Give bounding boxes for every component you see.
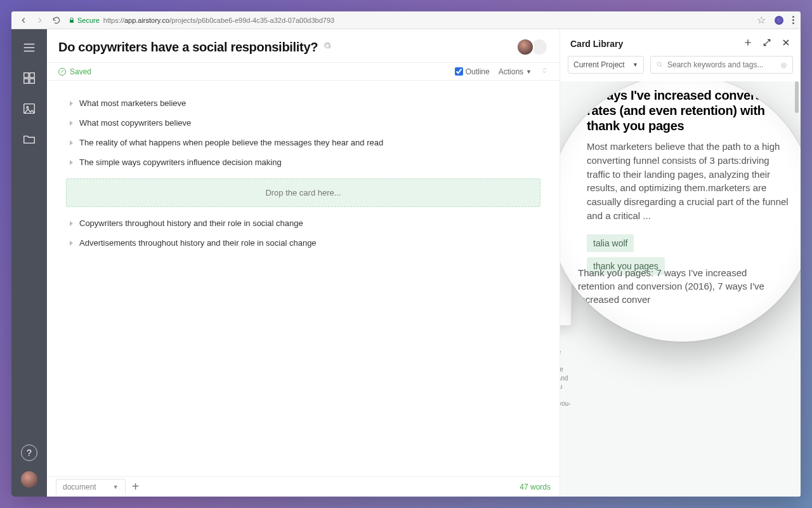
card-library-panel: Card Library Current Project ▼ ⊗ [560,29,801,497]
close-icon[interactable] [782,38,790,50]
sidebar: ? [11,29,47,497]
outline-item[interactable]: Advertisements throughout history and th… [66,233,540,253]
editor-header: Do copywriters have a social responsibil… [47,29,560,62]
triangle-icon [70,121,73,126]
check-icon [58,68,66,76]
image-icon[interactable] [22,102,36,116]
outline-item[interactable]: What most marketers believe [66,93,540,113]
outline-list: What most marketers believe What most co… [47,81,560,476]
triangle-icon [70,221,73,226]
svg-rect-1 [30,73,34,77]
back-button[interactable] [18,15,29,26]
menu-icon[interactable] [792,16,794,24]
folder-icon[interactable] [22,132,36,146]
word-count: 47 words [520,483,551,491]
url-bar[interactable]: https://app.airstory.co/projects/p6b0cab… [103,17,757,24]
panel-title: Card Library [570,39,623,49]
clear-icon[interactable]: ⊗ [780,60,787,70]
extension-icon[interactable] [775,16,783,25]
svg-rect-3 [30,79,34,83]
svg-point-5 [27,107,29,109]
triangle-icon [70,160,73,165]
editor: Do copywriters have a social responsibil… [47,29,560,497]
search-field[interactable]: ⊗ [650,56,793,74]
app: ? Do copywriters have a social responsib… [11,29,801,497]
browser-chrome: Secure https://app.airstory.co/projects/… [11,11,801,29]
toolbar: Saved Outline Actions ▼ [47,62,560,81]
magnifier-overlay: 7 ways I've increased conversion rates (… [560,81,801,342]
outline-item[interactable]: The reality of what happens when people … [66,133,540,152]
secure-label: Secure [77,17,100,24]
card-body-zoom: Most marketers believe that the path to … [587,140,790,223]
star-icon[interactable]: ☆ [757,14,766,26]
card-citation-zoom: Thank you pages: 7 ways I've increased r… [578,266,777,306]
add-tab-button[interactable]: + [132,479,140,494]
menu-icon[interactable] [22,41,36,55]
outline-toggle[interactable]: Outline [455,67,490,76]
gear-icon[interactable] [323,41,332,53]
collapse-icon[interactable] [540,67,548,76]
browser-window: Secure https://app.airstory.co/projects/… [11,11,801,497]
scrollbar[interactable] [795,81,799,113]
svg-rect-2 [24,79,29,83]
caret-down-icon: ▼ [526,69,532,75]
card-tag-zoom: talia wolf [587,234,634,252]
forward-button[interactable] [34,15,46,26]
search-icon [656,61,664,69]
footer: document ▼ + 47 words [47,476,560,497]
outline-item[interactable]: What most copywriters believe [66,113,540,133]
grid-icon[interactable] [22,71,36,85]
triangle-icon [70,241,73,246]
triangle-icon [70,140,73,145]
card-citation: Thank you pages: 7 ways I've increased r… [560,348,573,425]
panel-body: 7 wa incre con (an re th M th fu p la th… [560,81,801,497]
panel-filters: Current Project ▼ ⊗ [560,56,801,81]
collaborator-avatar[interactable] [516,38,534,56]
search-input[interactable] [667,60,780,69]
expand-icon[interactable] [763,38,771,50]
svg-point-6 [657,62,661,66]
project-select[interactable]: Current Project ▼ [568,56,644,74]
drop-zone[interactable]: Drop the card here... [66,178,540,207]
plus-icon[interactable] [743,38,752,50]
actions-dropdown[interactable]: Actions ▼ [499,67,532,76]
help-icon[interactable]: ? [21,444,37,461]
reload-button[interactable] [51,15,62,26]
panel-header: Card Library [560,29,801,56]
caret-down-icon: ▼ [113,484,119,490]
outline-item[interactable]: Copywriters throughout history and their… [66,213,540,233]
document-tab[interactable]: document ▼ [56,479,126,495]
saved-status: Saved [58,67,91,76]
outline-checkbox[interactable] [455,67,463,76]
document-title[interactable]: Do copywriters have a social responsibil… [58,40,318,55]
user-avatar[interactable] [21,471,37,488]
outline-item[interactable]: The simple ways copywriters influence de… [66,152,540,172]
caret-down-icon: ▼ [632,62,638,68]
card-title-zoom: 7 ways I've increased conversion rates (… [587,88,790,133]
svg-rect-0 [24,73,29,77]
lock-icon: Secure [69,17,100,24]
triangle-icon [70,101,73,106]
